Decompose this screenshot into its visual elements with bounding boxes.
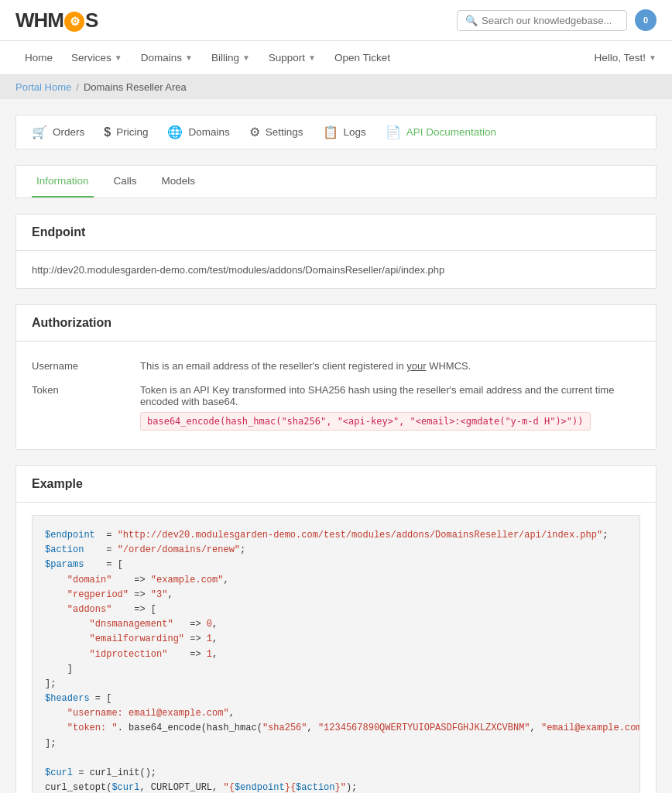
pricing-icon: $ [104, 125, 111, 139]
auth-table: Username This is an email address of the… [32, 354, 640, 437]
content-area: 🛒 Orders $ Pricing 🌐 Domains ⚙ Settings … [0, 99, 672, 793]
nav-billing[interactable]: Billing ▼ [202, 41, 259, 74]
search-icon: 🔍 [465, 15, 478, 26]
main-nav: Home Services ▼ Domains ▼ Billing ▼ Supp… [0, 41, 672, 75]
example-section: Example $endpoint = "http://dev20.module… [15, 465, 657, 793]
endpoint-section-body: http://dev20.modulesgarden-demo.com/test… [16, 251, 656, 288]
toolbar-pricing-label: Pricing [116, 126, 148, 138]
orders-icon: 🛒 [32, 125, 47, 139]
auth-value-username: This is an email address of the reseller… [140, 354, 640, 378]
authorization-section-body: Username This is an email address of the… [16, 342, 656, 449]
nav-open-ticket[interactable]: Open Ticket [325, 41, 399, 74]
auth-row-token: Token Token is an API Key transformed in… [32, 378, 640, 437]
nav-domains[interactable]: Domains ▼ [132, 41, 202, 74]
domains-icon: 🌐 [167, 125, 183, 139]
search-input[interactable] [482, 15, 619, 26]
cart-button[interactable]: 0 [635, 9, 657, 31]
sub-nav: Information Calls Models [15, 165, 657, 198]
toolbar-logs[interactable]: 📋 Logs [323, 125, 366, 139]
toolbar-api-docs-label: API Documentation [406, 126, 496, 138]
nav-services[interactable]: Services ▼ [62, 41, 132, 74]
example-code-block: $endpoint = "http://dev20.modulesgarden-… [32, 515, 640, 793]
example-section-body: $endpoint = "http://dev20.modulesgarden-… [16, 503, 656, 793]
settings-icon: ⚙ [249, 125, 260, 139]
toolbar-settings[interactable]: ⚙ Settings [249, 125, 303, 139]
domains-dropdown-arrow: ▼ [185, 53, 193, 62]
toolbar-settings-label: Settings [266, 126, 303, 138]
toolbar-logs-label: Logs [344, 126, 366, 138]
search-box[interactable]: 🔍 [457, 10, 627, 31]
endpoint-url: http://dev20.modulesgarden-demo.com/test… [32, 264, 444, 276]
top-bar: WHM ⚙ S 🔍 0 [0, 0, 672, 41]
api-docs-icon: 📄 [386, 125, 401, 139]
top-right-area: 🔍 0 [457, 9, 657, 31]
tab-models[interactable]: Models [157, 166, 201, 197]
token-code-example: base64_encode(hash_hmac("sha256", "<api-… [140, 412, 591, 431]
toolbar-domains-label: Domains [188, 126, 229, 138]
toolbar-domains[interactable]: 🌐 Domains [167, 125, 229, 139]
support-dropdown-arrow: ▼ [308, 53, 316, 62]
tab-information[interactable]: Information [32, 166, 94, 197]
toolbar-api-docs[interactable]: 📄 API Documentation [386, 125, 496, 139]
auth-value-token: Token is an API Key transformed into SHA… [140, 378, 640, 437]
endpoint-section: Endpoint http://dev20.modulesgarden-demo… [15, 214, 657, 289]
endpoint-section-title: Endpoint [16, 215, 656, 251]
nav-links: Home Services ▼ Domains ▼ Billing ▼ Supp… [15, 41, 399, 74]
services-dropdown-arrow: ▼ [115, 53, 122, 62]
example-section-title: Example [16, 466, 656, 503]
breadcrumb-separator: / [76, 81, 79, 93]
toolbar-pricing[interactable]: $ Pricing [104, 125, 148, 139]
auth-row-username: Username This is an email address of the… [32, 354, 640, 378]
breadcrumb-current: Domains Reseller Area [84, 81, 187, 93]
user-dropdown-arrow: ▼ [649, 53, 657, 62]
logs-icon: 📋 [323, 125, 338, 139]
logo-gear-icon: ⚙ [64, 12, 84, 32]
toolbar-orders-label: Orders [53, 126, 84, 138]
toolbar-orders[interactable]: 🛒 Orders [32, 125, 84, 139]
tab-calls[interactable]: Calls [109, 166, 142, 197]
breadcrumb-portal-home[interactable]: Portal Home [15, 81, 71, 93]
auth-key-token: Token [32, 378, 140, 437]
nav-home[interactable]: Home [15, 41, 62, 74]
svg-text:⚙: ⚙ [70, 15, 80, 28]
authorization-section-title: Authorization [16, 305, 656, 342]
logo: WHM ⚙ S [15, 8, 98, 33]
auth-key-username: Username [32, 354, 140, 378]
nav-user[interactable]: Hello, Test! ▼ [595, 41, 657, 74]
nav-support[interactable]: Support ▼ [259, 41, 325, 74]
logo-text-whmcs: WHM ⚙ S [15, 8, 98, 33]
billing-dropdown-arrow: ▼ [242, 53, 250, 62]
authorization-section: Authorization Username This is an email … [15, 304, 657, 450]
breadcrumb: Portal Home / Domains Reseller Area [0, 75, 672, 99]
nav-user-label: Hello, Test! [595, 52, 646, 64]
toolbar: 🛒 Orders $ Pricing 🌐 Domains ⚙ Settings … [15, 115, 657, 149]
